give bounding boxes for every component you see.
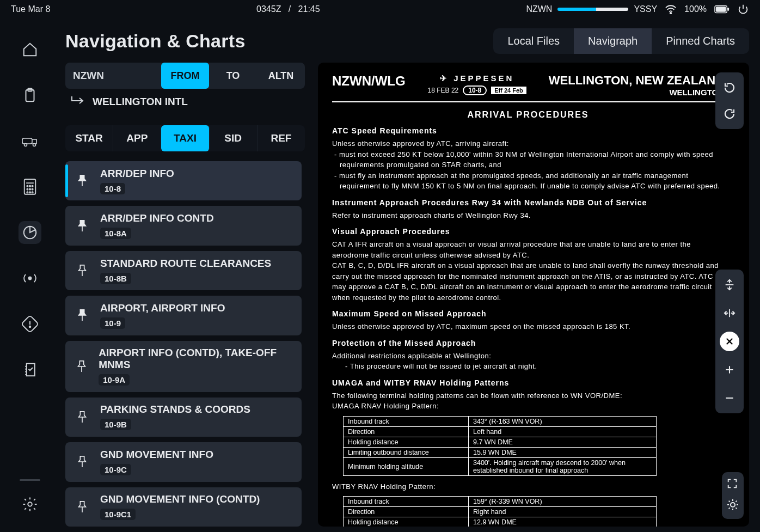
chart-item[interactable]: ARR/DEP INFO CONTD 10-8A	[65, 206, 302, 245]
doc-city: WELLINGTON, NEW ZEALAND	[549, 74, 724, 88]
svg-point-8	[33, 144, 36, 146]
chart-viewer[interactable]: NZWN/WLG ✈ JEPPESEN 18 FEB 22 10-8 Eff 2…	[318, 63, 749, 527]
nav-checklists[interactable]	[19, 358, 41, 381]
pin-icon[interactable]	[73, 410, 91, 424]
source-tab-local-files[interactable]: Local Files	[493, 28, 574, 54]
enter-arrow-icon	[70, 94, 86, 109]
nav-calculator[interactable]	[19, 175, 41, 198]
pin-icon[interactable]	[73, 308, 91, 322]
pin-icon[interactable]	[73, 359, 90, 374]
chart-item-code: 10-9A	[99, 374, 130, 386]
source-tabs: Local FilesNavigraphPinned Charts	[493, 28, 749, 54]
chart-item-title: GND MOVEMENT INFO (CONTD)	[100, 493, 260, 505]
pin-icon[interactable]	[73, 455, 91, 469]
source-tab-navigraph[interactable]: Navigraph	[574, 28, 652, 54]
nav-charts[interactable]	[19, 221, 41, 244]
svg-rect-6	[22, 138, 32, 144]
doc-airport: WELLINGTON	[549, 88, 724, 97]
route-dest: YSSY	[634, 4, 657, 14]
pin-icon[interactable]	[73, 264, 91, 278]
fit-horizontal-button[interactable]	[720, 303, 739, 323]
status-time: 0345Z / 21:45	[50, 4, 526, 14]
viewer-rotate-tools	[715, 72, 744, 129]
nav-rail	[0, 19, 60, 532]
svg-point-14	[27, 188, 28, 189]
pin-icon[interactable]	[73, 219, 91, 233]
pin-icon[interactable]	[73, 500, 91, 514]
chart-item-code: 10-9C	[100, 464, 131, 475]
airport-tab-altn[interactable]: ALTN	[257, 63, 305, 89]
source-tab-pinned-charts[interactable]: Pinned Charts	[652, 28, 749, 54]
fullscreen-button[interactable]	[726, 478, 739, 492]
svg-point-0	[670, 13, 672, 14]
battery-icon	[714, 5, 730, 14]
category-tab-app[interactable]: APP	[113, 125, 161, 151]
chart-item-title: AIRPORT INFO (CONTD), TAKE-OFF MNMS	[99, 347, 294, 371]
wifi-icon	[665, 4, 677, 14]
chart-item-code: 10-9B	[100, 419, 131, 430]
chart-item-title: ARR/DEP INFO	[100, 168, 174, 180]
nav-settings[interactable]	[19, 493, 41, 516]
category-tab-ref[interactable]: REF	[258, 125, 305, 151]
svg-point-16	[32, 188, 33, 189]
rotate-cw-button[interactable]	[720, 104, 739, 124]
chart-item-code: 10-8B	[100, 273, 131, 284]
category-tab-star[interactable]: STAR	[65, 125, 113, 151]
pin-icon[interactable]	[73, 174, 91, 188]
doc-date: 18 FEB 22	[428, 87, 459, 94]
svg-point-21	[29, 277, 32, 280]
doc-ident: NZWN/WLG	[332, 74, 406, 89]
chart-item[interactable]: AIRPORT INFO (CONTD), TAKE-OFF MNMS 10-9…	[65, 341, 302, 392]
svg-point-41	[731, 503, 735, 507]
svg-point-11	[27, 186, 28, 187]
chart-item-code: 10-9	[100, 317, 125, 329]
chart-browser: NZWN FROMTOALTN WELLINGTON INTL STARAPPT…	[65, 63, 305, 527]
zoom-in-button[interactable]	[720, 360, 739, 380]
category-tab-sid[interactable]: SID	[210, 125, 258, 151]
svg-point-13	[32, 186, 33, 187]
chart-item[interactable]: GND MOVEMENT INFO 10-9C	[65, 442, 302, 481]
zoom-out-button[interactable]	[720, 388, 739, 408]
chart-item[interactable]: STANDARD ROUTE CLEARANCES 10-8B	[65, 251, 302, 290]
chart-item-title: ARR/DEP INFO CONTD	[100, 212, 214, 224]
nav-clipboard[interactable]	[19, 84, 41, 107]
chart-list[interactable]: ARR/DEP INFO 10-8 ARR/DEP INFO CONTD 10-…	[65, 161, 305, 527]
chart-item[interactable]: ARR/DEP INFO 10-8	[65, 161, 302, 200]
battery-percent: 100%	[684, 4, 707, 14]
chart-item-title: GND MOVEMENT INFO	[100, 449, 213, 461]
brightness-button[interactable]	[726, 498, 739, 513]
chart-item-code: 10-8A	[100, 228, 131, 239]
svg-point-12	[29, 186, 30, 187]
category-tab-taxi[interactable]: TAXI	[161, 125, 209, 151]
reset-view-button[interactable]	[720, 332, 739, 351]
chart-item[interactable]: GND MOVEMENT INFO (CONTD) 10-9C1	[65, 487, 302, 527]
chart-item-code: 10-9C1	[100, 509, 136, 520]
chart-category-tabs: STARAPPTAXISIDREF	[65, 125, 305, 151]
fit-vertical-button[interactable]	[720, 275, 739, 295]
rotate-ccw-button[interactable]	[720, 78, 739, 97]
doc-num: 10-8	[463, 85, 487, 95]
svg-point-19	[32, 192, 33, 193]
power-icon[interactable]	[737, 3, 749, 15]
chart-item-title: STANDARD ROUTE CLEARANCES	[100, 258, 271, 270]
rail-separator	[20, 479, 40, 481]
airport-tab-to[interactable]: TO	[209, 63, 257, 89]
viewer-corner-tools	[722, 472, 744, 519]
chart-item-code: 10-8	[100, 183, 125, 194]
svg-point-25	[28, 502, 32, 506]
nav-failures[interactable]	[19, 313, 41, 335]
status-zulu: 0345Z	[256, 4, 281, 14]
airport-icao[interactable]: NZWN	[73, 70, 161, 82]
svg-rect-3	[727, 8, 729, 11]
nav-online[interactable]	[19, 267, 41, 290]
chart-item[interactable]: PARKING STANDS & COORDS 10-9B	[65, 398, 302, 437]
chart-item[interactable]: AIRPORT, AIRPORT INFO 10-9	[65, 296, 302, 335]
status-date: Tue Mar 8	[11, 4, 50, 14]
airport-tab-from[interactable]: FROM	[161, 63, 209, 89]
airport-selector: NZWN FROMTOALTN	[65, 63, 305, 89]
nav-home[interactable]	[19, 38, 41, 61]
nav-ground[interactable]	[19, 130, 41, 152]
chart-document: NZWN/WLG ✈ JEPPESEN 18 FEB 22 10-8 Eff 2…	[318, 63, 749, 527]
svg-point-17	[27, 192, 28, 193]
svg-rect-2	[716, 7, 726, 11]
